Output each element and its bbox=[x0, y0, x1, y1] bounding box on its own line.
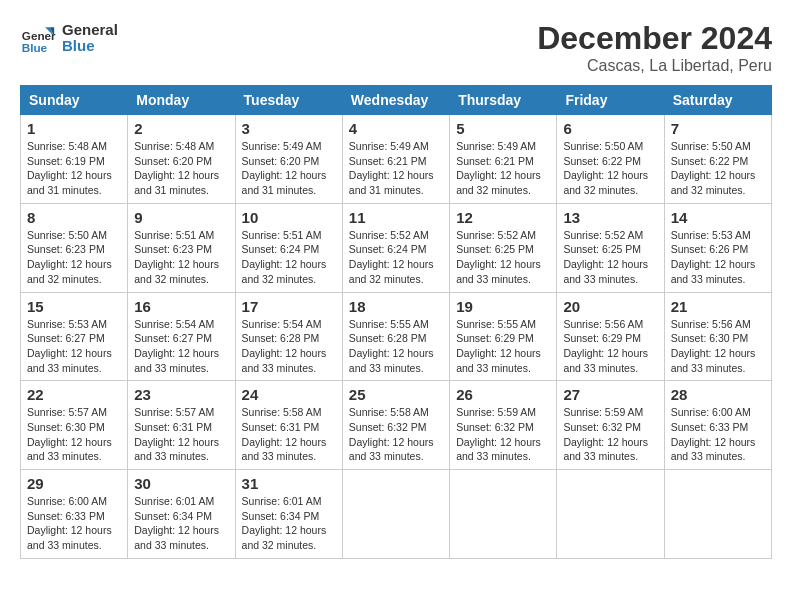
calendar-cell: 13Sunrise: 5:52 AMSunset: 6:25 PMDayligh… bbox=[557, 203, 664, 292]
calendar-cell: 17Sunrise: 5:54 AMSunset: 6:28 PMDayligh… bbox=[235, 292, 342, 381]
svg-text:Blue: Blue bbox=[22, 41, 48, 54]
calendar-cell: 3Sunrise: 5:49 AMSunset: 6:20 PMDaylight… bbox=[235, 115, 342, 204]
logo: General Blue General Blue bbox=[20, 20, 118, 56]
calendar-cell: 18Sunrise: 5:55 AMSunset: 6:28 PMDayligh… bbox=[342, 292, 449, 381]
day-detail: Sunrise: 5:50 AMSunset: 6:23 PMDaylight:… bbox=[27, 228, 121, 287]
day-detail: Sunrise: 5:54 AMSunset: 6:28 PMDaylight:… bbox=[242, 317, 336, 376]
week-row-3: 15Sunrise: 5:53 AMSunset: 6:27 PMDayligh… bbox=[21, 292, 772, 381]
day-detail: Sunrise: 5:52 AMSunset: 6:25 PMDaylight:… bbox=[563, 228, 657, 287]
title-area: December 2024 Cascas, La Libertad, Peru bbox=[537, 20, 772, 75]
day-number: 22 bbox=[27, 386, 121, 403]
header-tuesday: Tuesday bbox=[235, 86, 342, 115]
header-saturday: Saturday bbox=[664, 86, 771, 115]
week-row-4: 22Sunrise: 5:57 AMSunset: 6:30 PMDayligh… bbox=[21, 381, 772, 470]
day-number: 21 bbox=[671, 298, 765, 315]
day-number: 29 bbox=[27, 475, 121, 492]
header: General Blue General Blue December 2024 … bbox=[20, 20, 772, 75]
day-number: 9 bbox=[134, 209, 228, 226]
logo-text-line1: General bbox=[62, 22, 118, 39]
calendar-cell: 8Sunrise: 5:50 AMSunset: 6:23 PMDaylight… bbox=[21, 203, 128, 292]
day-detail: Sunrise: 5:59 AMSunset: 6:32 PMDaylight:… bbox=[456, 405, 550, 464]
day-detail: Sunrise: 5:51 AMSunset: 6:24 PMDaylight:… bbox=[242, 228, 336, 287]
day-number: 13 bbox=[563, 209, 657, 226]
calendar-cell: 9Sunrise: 5:51 AMSunset: 6:23 PMDaylight… bbox=[128, 203, 235, 292]
calendar-cell: 26Sunrise: 5:59 AMSunset: 6:32 PMDayligh… bbox=[450, 381, 557, 470]
day-number: 19 bbox=[456, 298, 550, 315]
calendar-table: SundayMondayTuesdayWednesdayThursdayFrid… bbox=[20, 85, 772, 559]
day-detail: Sunrise: 5:58 AMSunset: 6:32 PMDaylight:… bbox=[349, 405, 443, 464]
day-number: 16 bbox=[134, 298, 228, 315]
header-thursday: Thursday bbox=[450, 86, 557, 115]
day-detail: Sunrise: 5:54 AMSunset: 6:27 PMDaylight:… bbox=[134, 317, 228, 376]
calendar-cell: 28Sunrise: 6:00 AMSunset: 6:33 PMDayligh… bbox=[664, 381, 771, 470]
header-row: SundayMondayTuesdayWednesdayThursdayFrid… bbox=[21, 86, 772, 115]
day-detail: Sunrise: 6:01 AMSunset: 6:34 PMDaylight:… bbox=[242, 494, 336, 553]
calendar-cell bbox=[664, 470, 771, 559]
calendar-cell: 24Sunrise: 5:58 AMSunset: 6:31 PMDayligh… bbox=[235, 381, 342, 470]
day-detail: Sunrise: 5:49 AMSunset: 6:21 PMDaylight:… bbox=[349, 139, 443, 198]
day-number: 10 bbox=[242, 209, 336, 226]
calendar-cell: 6Sunrise: 5:50 AMSunset: 6:22 PMDaylight… bbox=[557, 115, 664, 204]
calendar-cell: 7Sunrise: 5:50 AMSunset: 6:22 PMDaylight… bbox=[664, 115, 771, 204]
day-detail: Sunrise: 5:57 AMSunset: 6:30 PMDaylight:… bbox=[27, 405, 121, 464]
calendar-cell: 27Sunrise: 5:59 AMSunset: 6:32 PMDayligh… bbox=[557, 381, 664, 470]
day-detail: Sunrise: 5:52 AMSunset: 6:25 PMDaylight:… bbox=[456, 228, 550, 287]
header-friday: Friday bbox=[557, 86, 664, 115]
day-detail: Sunrise: 5:56 AMSunset: 6:29 PMDaylight:… bbox=[563, 317, 657, 376]
header-monday: Monday bbox=[128, 86, 235, 115]
day-detail: Sunrise: 5:58 AMSunset: 6:31 PMDaylight:… bbox=[242, 405, 336, 464]
day-number: 17 bbox=[242, 298, 336, 315]
calendar-cell: 20Sunrise: 5:56 AMSunset: 6:29 PMDayligh… bbox=[557, 292, 664, 381]
day-number: 20 bbox=[563, 298, 657, 315]
day-detail: Sunrise: 5:49 AMSunset: 6:20 PMDaylight:… bbox=[242, 139, 336, 198]
calendar-cell: 23Sunrise: 5:57 AMSunset: 6:31 PMDayligh… bbox=[128, 381, 235, 470]
day-detail: Sunrise: 5:50 AMSunset: 6:22 PMDaylight:… bbox=[563, 139, 657, 198]
day-number: 6 bbox=[563, 120, 657, 137]
day-detail: Sunrise: 5:53 AMSunset: 6:27 PMDaylight:… bbox=[27, 317, 121, 376]
week-row-1: 1Sunrise: 5:48 AMSunset: 6:19 PMDaylight… bbox=[21, 115, 772, 204]
day-detail: Sunrise: 5:59 AMSunset: 6:32 PMDaylight:… bbox=[563, 405, 657, 464]
logo-icon: General Blue bbox=[20, 20, 56, 56]
calendar-cell: 4Sunrise: 5:49 AMSunset: 6:21 PMDaylight… bbox=[342, 115, 449, 204]
week-row-5: 29Sunrise: 6:00 AMSunset: 6:33 PMDayligh… bbox=[21, 470, 772, 559]
calendar-cell: 25Sunrise: 5:58 AMSunset: 6:32 PMDayligh… bbox=[342, 381, 449, 470]
day-detail: Sunrise: 5:51 AMSunset: 6:23 PMDaylight:… bbox=[134, 228, 228, 287]
day-detail: Sunrise: 6:00 AMSunset: 6:33 PMDaylight:… bbox=[27, 494, 121, 553]
day-detail: Sunrise: 6:01 AMSunset: 6:34 PMDaylight:… bbox=[134, 494, 228, 553]
day-detail: Sunrise: 5:56 AMSunset: 6:30 PMDaylight:… bbox=[671, 317, 765, 376]
calendar-subtitle: Cascas, La Libertad, Peru bbox=[537, 57, 772, 75]
day-number: 11 bbox=[349, 209, 443, 226]
day-number: 14 bbox=[671, 209, 765, 226]
calendar-cell: 15Sunrise: 5:53 AMSunset: 6:27 PMDayligh… bbox=[21, 292, 128, 381]
calendar-cell: 31Sunrise: 6:01 AMSunset: 6:34 PMDayligh… bbox=[235, 470, 342, 559]
week-row-2: 8Sunrise: 5:50 AMSunset: 6:23 PMDaylight… bbox=[21, 203, 772, 292]
day-detail: Sunrise: 6:00 AMSunset: 6:33 PMDaylight:… bbox=[671, 405, 765, 464]
calendar-cell: 2Sunrise: 5:48 AMSunset: 6:20 PMDaylight… bbox=[128, 115, 235, 204]
day-number: 5 bbox=[456, 120, 550, 137]
calendar-cell: 5Sunrise: 5:49 AMSunset: 6:21 PMDaylight… bbox=[450, 115, 557, 204]
calendar-cell: 10Sunrise: 5:51 AMSunset: 6:24 PMDayligh… bbox=[235, 203, 342, 292]
calendar-cell: 21Sunrise: 5:56 AMSunset: 6:30 PMDayligh… bbox=[664, 292, 771, 381]
calendar-cell: 29Sunrise: 6:00 AMSunset: 6:33 PMDayligh… bbox=[21, 470, 128, 559]
calendar-cell: 11Sunrise: 5:52 AMSunset: 6:24 PMDayligh… bbox=[342, 203, 449, 292]
calendar-cell bbox=[342, 470, 449, 559]
day-number: 26 bbox=[456, 386, 550, 403]
day-number: 28 bbox=[671, 386, 765, 403]
calendar-cell: 22Sunrise: 5:57 AMSunset: 6:30 PMDayligh… bbox=[21, 381, 128, 470]
day-number: 23 bbox=[134, 386, 228, 403]
day-number: 27 bbox=[563, 386, 657, 403]
calendar-cell: 30Sunrise: 6:01 AMSunset: 6:34 PMDayligh… bbox=[128, 470, 235, 559]
day-number: 2 bbox=[134, 120, 228, 137]
day-detail: Sunrise: 5:49 AMSunset: 6:21 PMDaylight:… bbox=[456, 139, 550, 198]
day-detail: Sunrise: 5:55 AMSunset: 6:29 PMDaylight:… bbox=[456, 317, 550, 376]
calendar-cell bbox=[557, 470, 664, 559]
day-number: 7 bbox=[671, 120, 765, 137]
header-sunday: Sunday bbox=[21, 86, 128, 115]
day-detail: Sunrise: 5:50 AMSunset: 6:22 PMDaylight:… bbox=[671, 139, 765, 198]
day-number: 24 bbox=[242, 386, 336, 403]
day-number: 8 bbox=[27, 209, 121, 226]
calendar-cell: 19Sunrise: 5:55 AMSunset: 6:29 PMDayligh… bbox=[450, 292, 557, 381]
day-number: 1 bbox=[27, 120, 121, 137]
day-number: 12 bbox=[456, 209, 550, 226]
calendar-cell: 14Sunrise: 5:53 AMSunset: 6:26 PMDayligh… bbox=[664, 203, 771, 292]
